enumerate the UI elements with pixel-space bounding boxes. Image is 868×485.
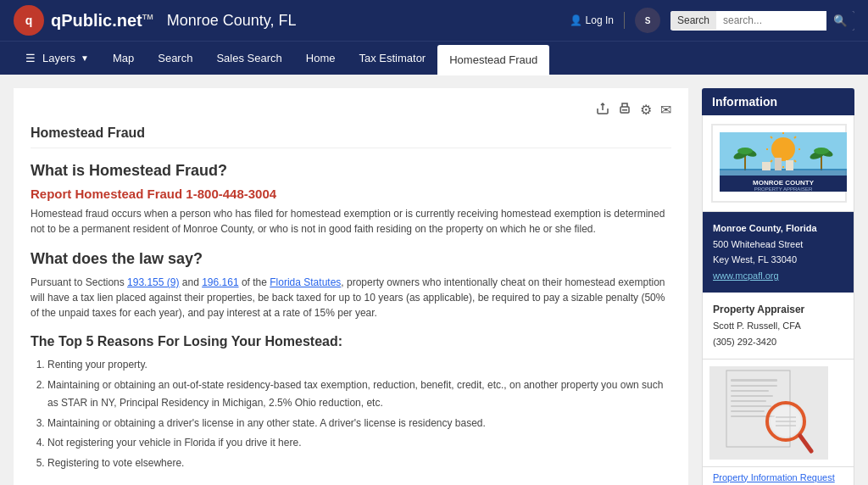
law-link-1[interactable]: 193.155 (9): [127, 276, 179, 288]
appraiser-name: Scott P. Russell, CFA: [713, 321, 801, 331]
svg-rect-34: [731, 395, 773, 397]
fraud-phone-link[interactable]: Report Homestead Fraud 1-800-448-3004: [31, 187, 671, 201]
address-header: Monroe County, Florida: [713, 223, 817, 233]
list-item: Maintaining or obtaining an out-of-state…: [47, 376, 671, 413]
svg-text:MONROE COUNTY: MONROE COUNTY: [753, 179, 815, 187]
svg-text:q: q: [25, 14, 33, 27]
county-logo-area: MONROE COUNTY PROPERTY APPRAISER: [703, 115, 854, 212]
section3-heading: The Top 5 Reasons For Losing Your Homest…: [31, 334, 671, 349]
doc-image-area: [703, 360, 854, 467]
property-info-link[interactable]: Property Information Request: [713, 472, 835, 482]
svg-rect-24: [762, 162, 771, 170]
svg-rect-33: [731, 390, 769, 392]
list-item: Registering to vote elsewhere.: [47, 454, 671, 473]
info-body: MONROE COUNTY PROPERTY APPRAISER Monroe …: [702, 115, 854, 485]
reasons-list: Renting your property.Maintaining or obt…: [47, 356, 671, 473]
svg-point-22: [814, 148, 829, 154]
menu-icon: ☰: [25, 52, 36, 64]
svg-rect-32: [731, 385, 777, 387]
appraiser-label: Property Appraiser: [713, 304, 804, 315]
nav-tax-estimator[interactable]: Tax Estimator: [347, 42, 437, 75]
search-container: Search 🔍: [670, 11, 854, 31]
search-button[interactable]: 🔍: [826, 11, 854, 31]
nav-layers[interactable]: ☰ Layers ▼: [14, 42, 101, 75]
sidebar: Information: [702, 88, 854, 485]
county-logo: MONROE COUNTY PROPERTY APPRAISER: [711, 124, 847, 203]
nav-homestead-fraud[interactable]: Homestead Fraud: [437, 45, 549, 75]
site-logo: q: [14, 5, 44, 36]
intro-text: Homestead fraud occurs when a person who…: [31, 206, 671, 237]
svg-rect-36: [731, 405, 771, 407]
nav-map[interactable]: Map: [101, 42, 146, 75]
login-button[interactable]: 👤 Log In: [570, 14, 614, 26]
svg-rect-35: [731, 400, 766, 402]
list-item: Renting your property.: [47, 356, 671, 375]
header-right: 👤 Log In S Search 🔍: [570, 8, 854, 33]
section2-heading: What does the law say?: [31, 250, 671, 268]
nav-bar: ☰ Layers ▼ Map Search Sales Search Home …: [0, 41, 868, 75]
svg-point-6: [771, 137, 795, 161]
person-icon: 👤: [570, 14, 582, 26]
header-left: q qPublic.netTM Monroe County, FL: [14, 5, 297, 36]
email-icon[interactable]: ✉: [660, 102, 671, 119]
toolbar: ⚙ ✉: [31, 102, 671, 119]
law-link-3[interactable]: Florida Statutes: [270, 276, 341, 288]
svg-rect-37: [731, 410, 765, 412]
svg-rect-23: [720, 169, 847, 176]
site-name: qPublic.netTM: [51, 11, 153, 31]
svg-text:PROPERTY APPRAISER: PROPERTY APPRAISER: [754, 187, 813, 192]
county-title: Monroe County, FL: [167, 12, 297, 30]
doc-image: [709, 366, 828, 460]
nav-home[interactable]: Home: [294, 42, 348, 75]
list-item: Not registering your vehicle in Florida …: [47, 434, 671, 453]
property-info-link-area: Property Information Request: [703, 467, 854, 485]
svg-rect-26: [786, 160, 793, 170]
appraiser-phone: (305) 292-3420: [713, 337, 776, 347]
svg-line-12: [794, 160, 796, 162]
main-content: ⚙ ✉ Homestead Fraud What is Homestead Fr…: [14, 88, 688, 485]
settings-icon[interactable]: ⚙: [640, 102, 652, 119]
chevron-down-icon: ▼: [81, 53, 89, 63]
svg-line-13: [794, 137, 796, 138]
info-header: Information: [702, 88, 854, 115]
page-heading: Homestead Fraud: [31, 125, 671, 148]
address-line1: 500 Whitehead Street: [713, 239, 803, 249]
svg-point-18: [737, 148, 753, 154]
svg-line-11: [771, 137, 772, 138]
svg-line-44: [800, 436, 811, 451]
svg-rect-31: [731, 379, 777, 382]
law-link-2[interactable]: 196.161: [202, 276, 238, 288]
nav-sales-search[interactable]: Sales Search: [204, 42, 293, 75]
svg-line-14: [771, 160, 772, 162]
svg-rect-4: [622, 109, 627, 111]
law-text: Pursuant to Sections 193.155 (9) and 196…: [31, 275, 671, 321]
svg-rect-25: [775, 158, 782, 170]
section1-heading: What is Homestead Fraud?: [31, 162, 671, 180]
nav-search[interactable]: Search: [146, 42, 204, 75]
print-icon[interactable]: [618, 102, 632, 119]
share-icon[interactable]: [596, 102, 609, 119]
search-label: Search: [670, 11, 716, 30]
list-item: Maintaining or obtaining a driver's lice…: [47, 415, 671, 433]
appraiser-block: Property Appraiser Scott P. Russell, CFA…: [703, 293, 854, 360]
address-block: Monroe County, Florida 500 Whitehead Str…: [703, 212, 854, 293]
search-input[interactable]: [716, 11, 826, 30]
address-link[interactable]: www.mcpafl.org: [713, 270, 779, 281]
schneider-logo: S: [635, 8, 660, 33]
address-line2: Key West, FL 33040: [713, 254, 797, 265]
